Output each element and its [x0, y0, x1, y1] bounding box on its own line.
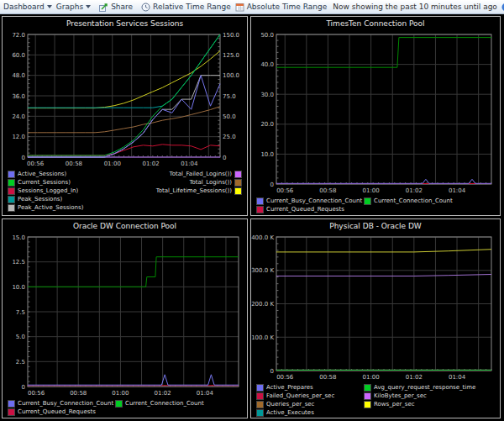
legend-swatch — [8, 171, 15, 178]
svg-text:50.0: 50.0 — [260, 32, 274, 39]
legend-item: Total_Lifetime_Sessions()) — [156, 187, 242, 195]
chart-legend: Current_Busy_Connection_CountCurrent_Que… — [251, 195, 500, 215]
share-label: Share — [111, 3, 133, 11]
svg-text:01:00: 01:00 — [363, 374, 380, 381]
legend-swatch — [8, 408, 15, 416]
legend-item: Failed_Queries_per_sec — [256, 392, 364, 400]
legend-label: KiloBytes_per_sec — [374, 392, 427, 400]
svg-text:30.0: 30.0 — [260, 92, 274, 98]
legend-item: Current_Queued_Requests — [8, 408, 115, 416]
legend-item: Active_Prepares — [256, 383, 364, 392]
legend-item: Total_Logins()) — [189, 178, 242, 187]
svg-text:00:58: 00:58 — [319, 374, 336, 381]
chart-title: Physical DB - Oracle DW — [251, 219, 500, 232]
legend-label: Current_Queued_Requests — [18, 408, 96, 416]
legend-item: KiloBytes_per_sec — [364, 392, 475, 400]
legend-swatch — [8, 400, 15, 408]
svg-text:12.5: 12.5 — [12, 259, 25, 266]
svg-text:00:58: 00:58 — [70, 390, 87, 397]
svg-text:01:04: 01:04 — [449, 187, 466, 194]
timesten-connection-pool-chart[interactable]: 010.020.030.040.050.000:5600:5801:0001:0… — [251, 29, 500, 195]
svg-text:01:02: 01:02 — [406, 374, 423, 381]
legend-swatch — [8, 179, 15, 187]
graphs-menu[interactable]: Graphs — [56, 3, 91, 11]
chart-panel-timesten-connection-pool: TimesTen Connection Pool 010.020.030.040… — [250, 16, 501, 216]
legend-swatch — [8, 204, 15, 212]
legend-label: Failed_Queries_per_sec — [266, 392, 334, 400]
legend-label: Peak_Active_Sessions) — [18, 203, 83, 212]
legend-swatch — [256, 401, 264, 408]
legend-item: Queries_per_sec — [256, 400, 364, 408]
relative-time-range-label: Relative Time Range — [153, 3, 231, 11]
svg-text:24.0: 24.0 — [12, 113, 25, 120]
legend-item: Active_Sessions) — [8, 170, 83, 178]
svg-text:48.0: 48.0 — [12, 72, 25, 79]
oracle-dw-connection-pool-chart[interactable]: 02.55.07.510.012.515.000:5600:5801:0001:… — [3, 232, 247, 397]
legend-swatch — [8, 187, 15, 195]
legend-label: Total_Logins()) — [189, 178, 232, 187]
svg-text:01:04: 01:04 — [197, 390, 214, 397]
svg-text:01:04: 01:04 — [181, 161, 198, 167]
chart-legend: Active_Sessions)Current_Sessions)Session… — [3, 168, 247, 215]
legend-item: Peak_Active_Sessions) — [8, 203, 83, 212]
svg-text:25.0: 25.0 — [223, 134, 236, 140]
legend-swatch — [364, 197, 371, 205]
svg-text:20.0: 20.0 — [260, 121, 274, 128]
legend-item: Rows_per_sec — [364, 400, 475, 408]
svg-text:100.0: 100.0 — [223, 72, 239, 79]
chart-title: Oracle DW Connection Pool — [3, 219, 247, 232]
legend-swatch — [234, 179, 242, 187]
svg-text:01:02: 01:02 — [406, 187, 423, 194]
svg-text:01:00: 01:00 — [104, 161, 121, 167]
chart-title: TimesTen Connection Pool — [251, 17, 500, 29]
svg-text:01:02: 01:02 — [142, 161, 159, 167]
physical-db-oracle-dw-chart[interactable]: 0100.0 K200.0 K300.0 K400.0 K00:5600:580… — [251, 232, 500, 382]
legend-item: Sessions_Logged_In) — [8, 187, 83, 195]
svg-text:0: 0 — [22, 384, 25, 391]
chart-title: Presentation Services Sessions — [3, 17, 247, 29]
legend-item: Current_Busy_Connection_Count — [256, 197, 364, 205]
dashboard-app: { "toolbar": { "dashboard_label": "Dashb… — [0, 0, 504, 421]
svg-text:72.0: 72.0 — [12, 32, 25, 39]
svg-text:01:00: 01:00 — [112, 390, 129, 397]
legend-item: Active_Executes — [256, 408, 364, 417]
legend-label: Avg_query_request_response_time — [374, 383, 475, 392]
absolute-time-range-button[interactable]: Absolute Time Range — [235, 3, 328, 12]
legend-label: Current_Queued_Requests — [266, 205, 344, 213]
svg-text:60.0: 60.0 — [12, 52, 25, 59]
legend-swatch — [115, 400, 123, 408]
svg-text:0: 0 — [22, 155, 25, 161]
legend-item: Peak_Sessions) — [8, 195, 83, 203]
svg-text:01:02: 01:02 — [155, 390, 171, 397]
dashboard-menu[interactable]: Dashboard — [3, 3, 52, 11]
legend-label: Current_Sessions) — [18, 178, 71, 187]
relative-time-range-button[interactable]: Relative Time Range — [141, 3, 231, 12]
svg-text:00:58: 00:58 — [319, 187, 336, 194]
legend-item: Current_Connection_Count — [115, 399, 204, 408]
legend-item: Avg_query_request_response_time — [364, 383, 475, 392]
legend-swatch — [234, 171, 242, 178]
legend-swatch — [364, 392, 371, 400]
svg-text:0: 0 — [223, 155, 226, 161]
svg-text:01:04: 01:04 — [449, 374, 466, 381]
time-range-status: Now showing the past 10 minutes until ag… — [333, 3, 497, 11]
legend-label: Queries_per_sec — [266, 400, 314, 408]
legend-item: Current_Sessions) — [8, 178, 83, 187]
share-button[interactable]: Share — [99, 3, 133, 12]
chart-panel-physical-db-oracle-dw: Physical DB - Oracle DW 0100.0 K200.0 K3… — [250, 218, 501, 418]
legend-swatch — [256, 384, 264, 392]
svg-text:00:58: 00:58 — [66, 161, 82, 167]
legend-item: Total_Failed_Logins()) — [170, 170, 242, 178]
svg-text:400.0 K: 400.0 K — [251, 234, 274, 241]
legend-swatch — [256, 197, 264, 205]
chart-legend: Current_Busy_Connection_CountCurrent_Que… — [3, 397, 247, 418]
svg-text:100.0 K: 100.0 K — [251, 334, 274, 341]
svg-text:00:56: 00:56 — [276, 374, 294, 381]
presentation-services-sessions-chart[interactable]: 012.024.036.048.060.072.0025.050.075.010… — [3, 29, 247, 168]
svg-text:12.0: 12.0 — [12, 134, 25, 140]
chart-legend: Active_PreparesFailed_Queries_per_secQue… — [251, 382, 500, 418]
legend-label: Total_Failed_Logins()) — [170, 170, 232, 178]
graphs-menu-label: Graphs — [56, 3, 83, 11]
svg-text:50.0: 50.0 — [223, 113, 236, 120]
clock-icon — [141, 3, 150, 12]
